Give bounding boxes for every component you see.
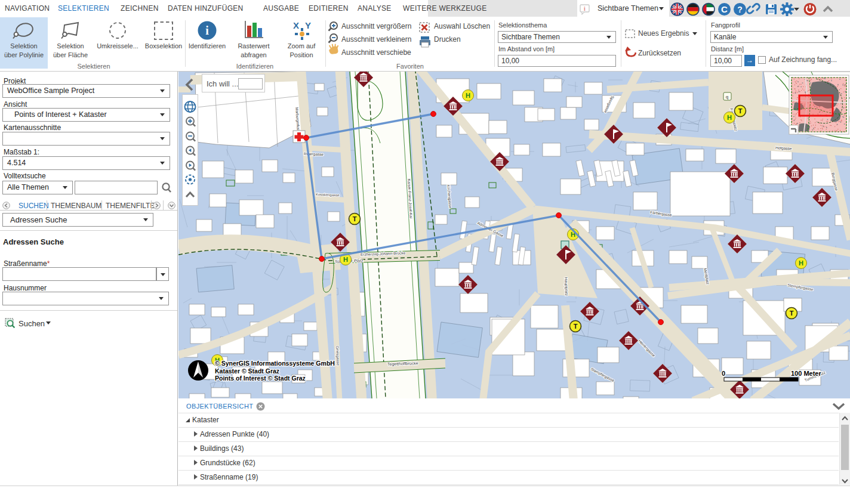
svg-text:T: T bbox=[574, 323, 578, 330]
svg-text:i: i bbox=[584, 5, 586, 12]
svg-text:q: q bbox=[726, 94, 728, 100]
svg-text:C: C bbox=[721, 4, 728, 14]
svg-text:H: H bbox=[727, 114, 732, 121]
svg-text:i: i bbox=[205, 24, 209, 37]
svg-text:Kataster © Stadt Graz: Kataster © Stadt Graz bbox=[215, 367, 279, 375]
svg-text:H: H bbox=[343, 256, 348, 263]
svg-text:X: X bbox=[293, 20, 299, 30]
svg-text:T: T bbox=[353, 215, 357, 222]
svg-text:H: H bbox=[466, 92, 470, 99]
svg-text:?: ? bbox=[737, 5, 743, 14]
svg-text:Y: Y bbox=[305, 20, 311, 30]
svg-text:0: 0 bbox=[722, 370, 725, 377]
svg-text:H: H bbox=[799, 259, 803, 267]
svg-text:Points of Interest © Stadt Gra: Points of Interest © Stadt Graz bbox=[215, 375, 306, 382]
svg-text:© SynerGIS Informationssysteme: © SynerGIS Informationssysteme GmbH bbox=[215, 360, 335, 367]
svg-text:T: T bbox=[790, 310, 794, 317]
svg-text:T: T bbox=[738, 107, 743, 115]
svg-text:100 Meter: 100 Meter bbox=[791, 370, 821, 377]
